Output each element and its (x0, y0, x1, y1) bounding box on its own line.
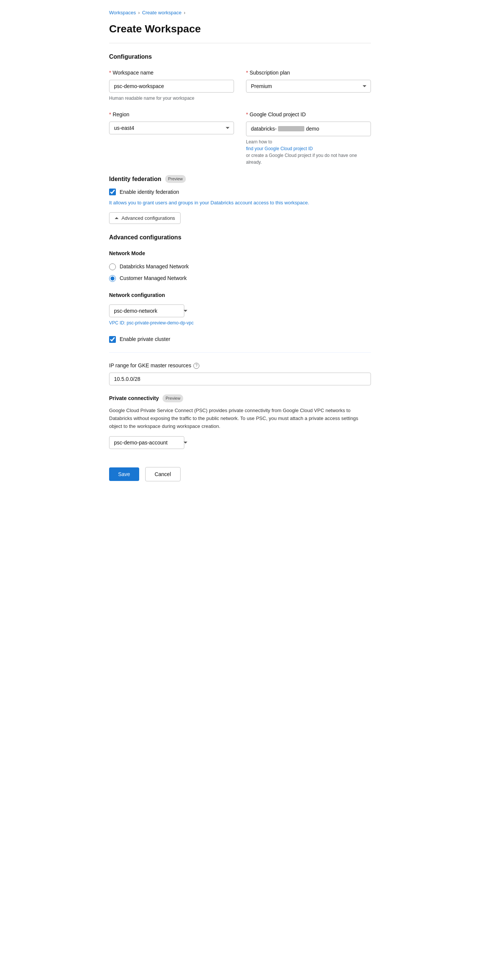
identity-info-text: It allows you to grant users and groups … (109, 199, 371, 207)
region-select-wrapper: us-east4 us-central1 us-west1 europe-wes… (109, 122, 234, 134)
advanced-configurations-title: Advanced configurations (109, 233, 371, 242)
title-divider (109, 43, 371, 43)
advanced-configurations-section: Advanced configurations Network Mode Dat… (109, 233, 371, 449)
ip-range-section: IP range for GKE master resources ? (109, 362, 371, 385)
identity-header: Identity federation Preview (109, 175, 371, 184)
private-connectivity-description: Google Cloud Private Service Connect (PS… (109, 407, 371, 430)
required-star-plan: * (246, 69, 248, 77)
subscription-plan-label: * Subscription plan (246, 69, 371, 77)
subscription-plan-group: * Subscription plan Premium Standard Ent… (246, 69, 371, 102)
required-star-name: * (109, 69, 111, 77)
radio-customer-label: Customer Managed Network (120, 274, 187, 282)
advanced-config-toggle[interactable]: Advanced configurations (109, 212, 181, 224)
network-config-select[interactable]: psc-demo-network default-network (109, 304, 184, 317)
breadcrumb-sep-1: › (138, 9, 140, 17)
private-connectivity-select-wrapper: psc-demo-pas-account other-account (109, 436, 192, 449)
enable-identity-row: Enable identity federation (109, 188, 371, 196)
workspace-name-label: * Workspace name (109, 69, 234, 77)
private-connectivity-title: Private connectivity (109, 395, 159, 402)
gcp-suffix: demo (306, 125, 319, 133)
radio-databricks-label: Databricks Managed Network (120, 262, 189, 270)
page-title: Create Workspace (109, 21, 371, 37)
gcp-project-id-group: * Google Cloud project ID databricks- de… (246, 111, 371, 165)
network-config-select-wrapper: psc-demo-network default-network (109, 304, 192, 317)
radio-row-customer: Customer Managed Network (109, 274, 371, 282)
enable-identity-checkbox[interactable] (109, 189, 116, 195)
chevron-up-icon (115, 217, 119, 219)
breadcrumb-workspaces[interactable]: Workspaces (109, 9, 136, 17)
vpc-hint: VPC ID: psc-private-preview-demo-dp-vpc (109, 320, 371, 326)
private-connectivity-section: Private connectivity Preview Google Clou… (109, 395, 371, 449)
identity-title: Identity federation (109, 175, 161, 184)
configurations-section: Configurations * Workspace name Human re… (109, 52, 371, 165)
gcp-project-id-label: * Google Cloud project ID (246, 111, 371, 119)
radio-customer-managed[interactable] (109, 275, 116, 282)
ip-range-label-wrapper: IP range for GKE master resources ? (109, 362, 371, 369)
required-star-region: * (109, 111, 111, 119)
ip-range-input[interactable] (109, 372, 371, 385)
network-config-title: Network configuration (109, 291, 371, 299)
enable-private-cluster-row: Enable private cluster (109, 335, 371, 353)
network-mode-section: Network Mode Databricks Managed Network … (109, 250, 371, 282)
workspace-name-group: * Workspace name Human readable name for… (109, 69, 234, 102)
subscription-plan-select-wrapper: Premium Standard Enterprise (246, 80, 371, 92)
workspace-name-helper: Human readable name for your workspace (109, 95, 234, 102)
configurations-title: Configurations (109, 52, 371, 61)
gcp-project-link[interactable]: find your Google Cloud project ID (246, 146, 313, 151)
cancel-button[interactable]: Cancel (145, 467, 181, 481)
region-group: * Region us-east4 us-central1 us-west1 e… (109, 111, 234, 165)
enable-identity-label: Enable identity federation (120, 188, 179, 196)
network-configuration-section: Network configuration psc-demo-network d… (109, 291, 371, 326)
gcp-redacted (278, 126, 304, 131)
ip-range-help-icon[interactable]: ? (193, 363, 199, 369)
enable-private-cluster-checkbox[interactable] (109, 336, 116, 343)
radio-databricks-managed[interactable] (109, 263, 116, 270)
identity-preview-badge: Preview (165, 175, 186, 183)
network-mode-radio-group: Databricks Managed Network Customer Mana… (109, 262, 371, 282)
breadcrumb: Workspaces › Create workspace › (109, 9, 371, 17)
region-select[interactable]: us-east4 us-central1 us-west1 europe-wes… (109, 122, 234, 134)
required-star-gcp: * (246, 111, 248, 119)
enable-private-cluster-label: Enable private cluster (120, 335, 170, 343)
ip-range-label: IP range for GKE master resources (109, 362, 191, 369)
gcp-prefix: databricks- (251, 125, 277, 133)
region-label: * Region (109, 111, 234, 119)
private-connectivity-select[interactable]: psc-demo-pas-account other-account (109, 436, 184, 449)
identity-federation-section: Identity federation Preview Enable ident… (109, 175, 371, 224)
form-row-2: * Region us-east4 us-central1 us-west1 e… (109, 111, 371, 165)
breadcrumb-sep-2: › (184, 9, 185, 17)
radio-row-databricks: Databricks Managed Network (109, 262, 371, 270)
gcp-helper: Learn how to find your Google Cloud proj… (246, 138, 371, 165)
breadcrumb-create-workspace[interactable]: Create workspace (142, 9, 182, 17)
gcp-project-id-input-display[interactable]: databricks- demo (246, 122, 371, 136)
subscription-plan-select[interactable]: Premium Standard Enterprise (246, 80, 371, 92)
private-connectivity-header: Private connectivity Preview (109, 395, 371, 402)
workspace-name-input[interactable] (109, 80, 234, 92)
form-row-1: * Workspace name Human readable name for… (109, 69, 371, 102)
save-button[interactable]: Save (109, 468, 139, 481)
footer-actions: Save Cancel (109, 461, 371, 481)
network-mode-title: Network Mode (109, 250, 371, 258)
page-container: Workspaces › Create workspace › Create W… (97, 0, 383, 500)
private-connectivity-preview-badge: Preview (162, 395, 183, 402)
